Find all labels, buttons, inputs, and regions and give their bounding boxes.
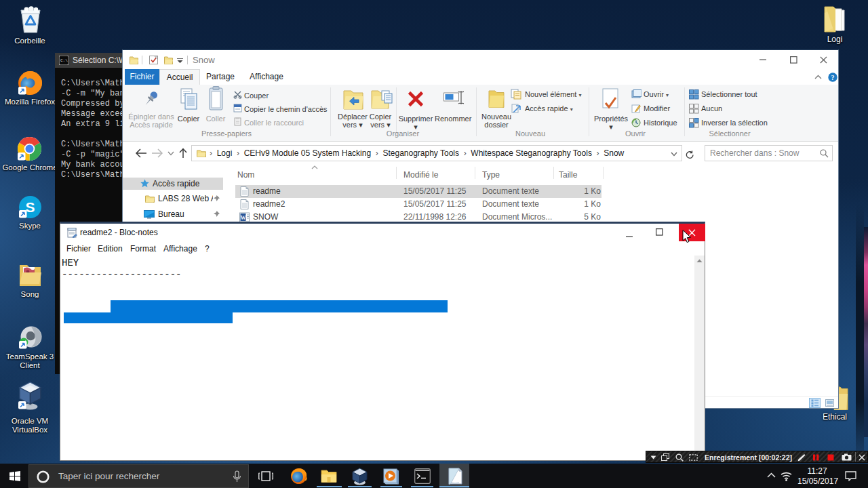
svg-text:W: W (241, 215, 246, 221)
svg-text:?: ? (831, 74, 835, 81)
svg-text:C:\: C:\ (60, 58, 68, 63)
